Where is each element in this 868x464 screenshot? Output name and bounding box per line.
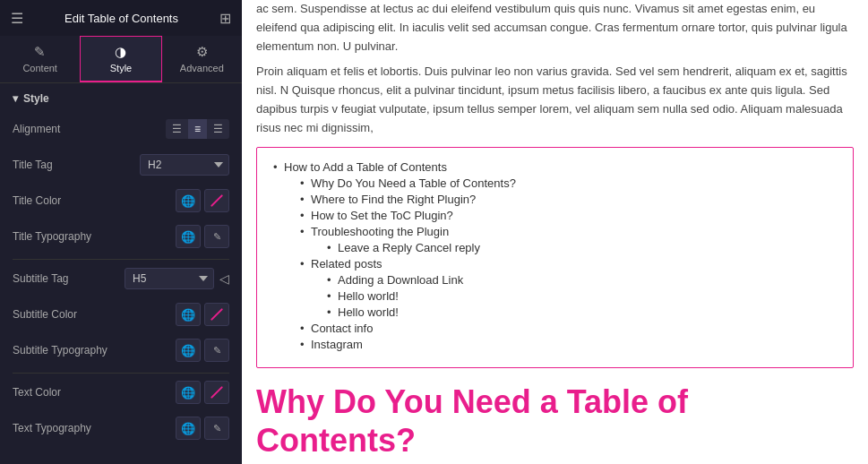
divider-1 xyxy=(13,259,229,260)
alignment-row: Alignment ☰ ≡ ☰ xyxy=(13,116,229,142)
toc-sub-5-child-2-text: Hello world! xyxy=(338,289,399,303)
big-heading: Why Do You Need a Table of Contents? xyxy=(242,377,868,460)
para1-text: ac sem. Suspendisse at lectus ac dui ele… xyxy=(256,0,854,56)
toc-sub-5-text: Related posts xyxy=(311,257,382,271)
align-right-button[interactable]: ☰ xyxy=(207,119,229,139)
tab-content-label: Content xyxy=(22,63,57,73)
panel-header: ☰ Edit Table of Contents ⊞ xyxy=(0,0,242,36)
subtitle-typography-controls: 🌐 ✎ xyxy=(176,339,229,362)
title-tag-select[interactable]: H1 H2 H3 H4 H5 H6 xyxy=(140,154,229,176)
text-color-global-button[interactable]: 🌐 xyxy=(176,381,201,404)
toc-sublist-2: Leave a Reply Cancel reply xyxy=(311,241,838,254)
style-section-header: ▾ Style xyxy=(13,92,229,105)
tab-advanced[interactable]: ⚙ Advanced xyxy=(162,36,242,82)
toc-sub-4-child-1: Leave a Reply Cancel reply xyxy=(325,241,838,254)
toc-sublist-3: Adding a Download Link Hello world! Hell… xyxy=(311,273,838,319)
toc-sub-5-child-2: Hello world! xyxy=(325,289,838,303)
advanced-tab-icon: ⚙ xyxy=(196,44,208,60)
title-color-picker-button[interactable] xyxy=(204,189,229,212)
toc-sub-7-text: Instagram xyxy=(311,338,363,351)
style-tab-icon: ◑ xyxy=(115,44,126,60)
toc-box: How to Add a Table of Contents Why Do Yo… xyxy=(256,147,854,368)
tabs-row: ✎ Content ◑ Style ⚙ Advanced xyxy=(0,36,242,83)
chevron-down-icon: ▾ xyxy=(13,92,18,105)
content-paragraph-1: ac sem. Suspendisse at lectus ac dui ele… xyxy=(242,0,868,138)
toc-sub-6-text: Contact info xyxy=(311,322,373,335)
subtitle-tag-label: Subtitle Tag xyxy=(13,272,69,285)
toc-sub-4-child-1-text: Leave a Reply Cancel reply xyxy=(338,241,480,254)
subtitle-color-controls: 🌐 xyxy=(176,303,229,326)
toc-sub-3-text: How to Set the ToC Plugin? xyxy=(311,209,453,222)
text-typography-edit-button[interactable]: ✎ xyxy=(204,417,229,440)
subtitle-color-row: Subtitle Color 🌐 xyxy=(13,301,229,328)
text-color-row: Text Color 🌐 xyxy=(13,379,229,406)
panel-title: Edit Table of Contents xyxy=(64,12,178,25)
toc-sublist: Why Do You Need a Table of Contents? Whe… xyxy=(284,176,838,351)
toc-item-main: How to Add a Table of Contents Why Do Yo… xyxy=(271,160,838,351)
para2-text: Proin aliquam et felis et lobortis. Duis… xyxy=(256,63,854,137)
text-typography-label: Text Typography xyxy=(13,422,91,434)
toc-sub-item-5: Related posts Adding a Download Link Hel… xyxy=(298,257,838,319)
subtitle-typography-edit-button[interactable]: ✎ xyxy=(204,339,229,362)
subtitle-color-label: Subtitle Color xyxy=(13,308,77,321)
subtitle-tag-controls: H1 H2 H3 H4 H5 H6 ◁ xyxy=(125,268,229,289)
toc-sub-1-text: Why Do You Need a Table of Contents? xyxy=(311,176,516,190)
title-tag-row: Title Tag H1 H2 H3 H4 H5 H6 xyxy=(13,151,229,178)
subtitle-tag-row: Subtitle Tag H1 H2 H3 H4 H5 H6 ◁ xyxy=(13,265,229,292)
text-color-controls: 🌐 xyxy=(176,381,229,404)
toc-item-main-text: How to Add a Table of Contents xyxy=(284,160,447,174)
align-center-button[interactable]: ≡ xyxy=(188,119,207,139)
panel-content: ▾ Style Alignment ☰ ≡ ☰ Title Tag H1 H2 … xyxy=(0,83,242,464)
align-group: ☰ ≡ ☰ xyxy=(166,119,229,139)
title-color-global-button[interactable]: 🌐 xyxy=(176,189,201,212)
subtitle-color-picker-button[interactable] xyxy=(204,303,229,326)
right-panel: ac sem. Suspendisse at lectus ac dui ele… xyxy=(242,0,868,464)
alignment-label: Alignment xyxy=(13,123,60,135)
title-color-label: Title Color xyxy=(13,194,61,207)
toc-sub-item-3: How to Set the ToC Plugin? xyxy=(298,209,838,222)
toc-sub-5-child-3-text: Hello world! xyxy=(338,305,399,319)
toc-sub-5-child-1: Adding a Download Link xyxy=(325,273,838,287)
text-typography-row: Text Typography 🌐 ✎ xyxy=(13,415,229,442)
toc-sub-item-1: Why Do You Need a Table of Contents? xyxy=(298,176,838,190)
title-typography-global-button[interactable]: 🌐 xyxy=(176,225,201,248)
tab-content[interactable]: ✎ Content xyxy=(0,36,80,82)
title-typography-edit-button[interactable]: ✎ xyxy=(204,225,229,248)
align-left-button[interactable]: ☰ xyxy=(166,119,188,139)
subtitle-tag-select[interactable]: H1 H2 H3 H4 H5 H6 xyxy=(125,268,214,289)
toc-sub-item-4: Troubleshooting the Plugin Leave a Reply… xyxy=(298,225,838,254)
subtitle-color-global-button[interactable]: 🌐 xyxy=(176,303,201,326)
title-typography-label: Title Typography xyxy=(13,230,91,243)
toc-sub-5-child-3: Hello world! xyxy=(325,305,838,319)
toc-list: How to Add a Table of Contents Why Do Yo… xyxy=(271,160,838,351)
text-typography-global-button[interactable]: 🌐 xyxy=(176,417,201,440)
tab-advanced-label: Advanced xyxy=(180,63,224,73)
title-typography-controls: 🌐 ✎ xyxy=(176,225,229,248)
collapse-icon[interactable]: ◁ xyxy=(219,271,229,286)
subtitle-typography-row: Subtitle Typography 🌐 ✎ xyxy=(13,337,229,364)
subtitle-typography-label: Subtitle Typography xyxy=(13,344,107,357)
toc-sub-5-child-1-text: Adding a Download Link xyxy=(338,273,463,287)
left-panel: ☰ Edit Table of Contents ⊞ ✎ Content ◑ S… xyxy=(0,0,242,464)
text-color-picker-button[interactable] xyxy=(204,381,229,404)
tab-style[interactable]: ◑ Style xyxy=(80,36,161,82)
tab-style-label: Style xyxy=(110,63,132,73)
alignment-controls: ☰ ≡ ☰ xyxy=(166,119,229,139)
text-color-label: Text Color xyxy=(13,386,61,399)
content-tab-icon: ✎ xyxy=(34,44,46,60)
style-section-label: Style xyxy=(23,92,49,105)
grid-icon[interactable]: ⊞ xyxy=(219,10,231,27)
title-tag-controls: H1 H2 H3 H4 H5 H6 xyxy=(140,154,229,176)
title-color-row: Title Color 🌐 xyxy=(13,187,229,214)
toc-sub-4-text: Troubleshooting the Plugin xyxy=(311,225,449,238)
toc-sub-item-2: Where to Find the Right Plugin? xyxy=(298,193,838,206)
toc-sub-2-text: Where to Find the Right Plugin? xyxy=(311,193,476,206)
toc-sub-item-7: Instagram xyxy=(298,338,838,351)
title-tag-label: Title Tag xyxy=(13,159,53,171)
hamburger-icon[interactable]: ☰ xyxy=(11,10,23,27)
toc-sub-item-6: Contact info xyxy=(298,322,838,335)
subtitle-typography-global-button[interactable]: 🌐 xyxy=(176,339,201,362)
text-typography-controls: 🌐 ✎ xyxy=(176,417,229,440)
divider-2 xyxy=(13,373,229,374)
title-typography-row: Title Typography 🌐 ✎ xyxy=(13,223,229,250)
